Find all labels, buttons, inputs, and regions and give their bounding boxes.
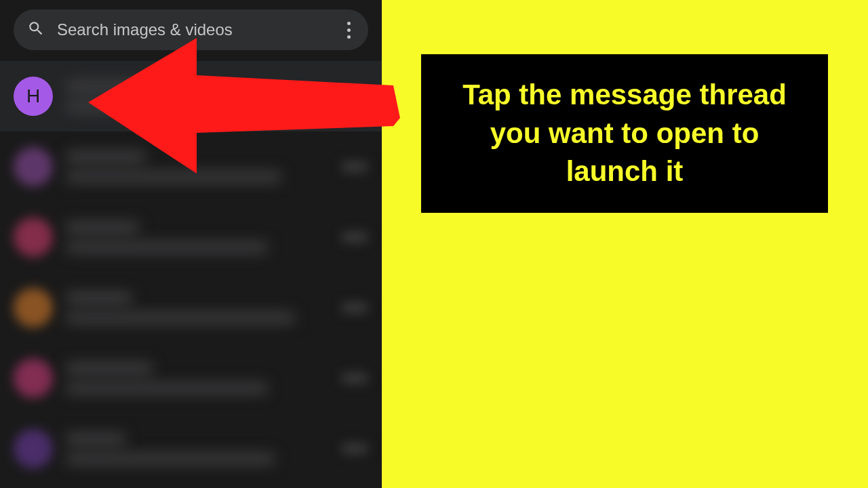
search-placeholder: Search images & videos bbox=[57, 20, 343, 39]
thread-time bbox=[341, 302, 368, 313]
message-thread[interactable] bbox=[0, 413, 382, 484]
thread-list: H bbox=[0, 61, 382, 488]
avatar-letter: H bbox=[26, 85, 40, 107]
thread-content bbox=[65, 432, 341, 465]
message-thread[interactable] bbox=[0, 131, 382, 202]
message-thread[interactable] bbox=[0, 272, 382, 343]
avatar bbox=[14, 288, 53, 327]
thread-content bbox=[65, 291, 341, 324]
avatar bbox=[14, 147, 53, 186]
messages-app-panel: Search images & videos H bbox=[0, 0, 382, 488]
thread-content bbox=[65, 150, 341, 183]
thread-time bbox=[341, 373, 368, 384]
avatar bbox=[14, 218, 53, 257]
message-thread[interactable] bbox=[0, 202, 382, 272]
thread-content bbox=[65, 362, 341, 394]
thread-time bbox=[341, 161, 368, 172]
thread-time bbox=[341, 232, 368, 243]
avatar: H bbox=[14, 77, 53, 116]
instruction-text: Tap the message thread you want to open … bbox=[441, 76, 808, 191]
avatar bbox=[14, 429, 53, 468]
more-vert-icon[interactable] bbox=[343, 18, 355, 43]
thread-content bbox=[65, 80, 341, 113]
thread-time bbox=[341, 443, 368, 454]
avatar bbox=[14, 359, 53, 398]
search-bar[interactable]: Search images & videos bbox=[14, 9, 368, 50]
thread-content bbox=[65, 221, 341, 253]
message-thread[interactable] bbox=[0, 343, 382, 413]
instruction-callout: Tap the message thread you want to open … bbox=[421, 54, 828, 213]
thread-time bbox=[341, 91, 368, 102]
search-icon bbox=[27, 20, 45, 40]
message-thread[interactable]: H bbox=[0, 61, 382, 131]
